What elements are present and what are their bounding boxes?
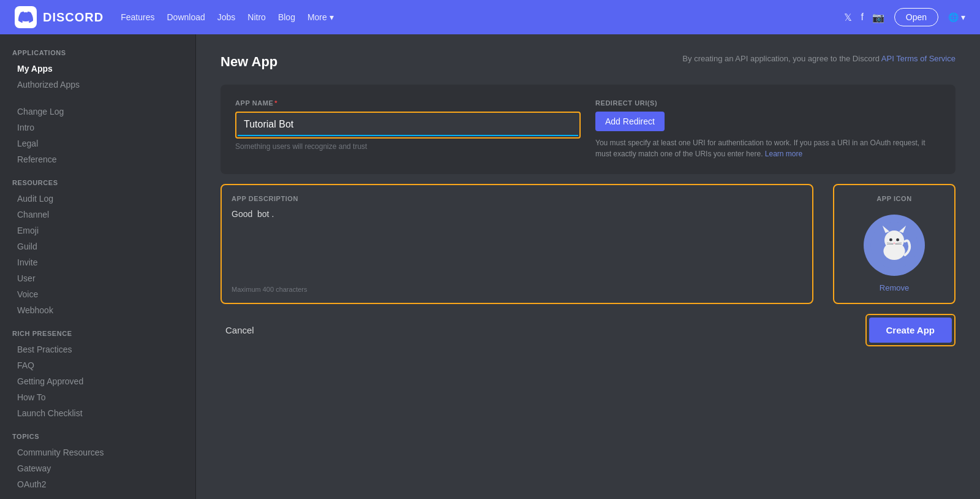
app-name-hint: Something users will recognize and trust	[235, 142, 581, 151]
sidebar-item-authorized-apps[interactable]: Authorized Apps	[12, 77, 183, 92]
page-subtitle: By creating an API application, you agre…	[682, 54, 956, 63]
sidebar-item-guild[interactable]: Guild	[12, 239, 183, 254]
app-description-hint: Maximum 400 characters	[232, 286, 802, 293]
layout: APPLICATIONS My Apps Authorized Apps Cha…	[0, 34, 980, 499]
app-description-col: APP DESCRIPTION Good bot . Maximum 400 c…	[221, 184, 813, 304]
sidebar-item-voice[interactable]: Voice	[12, 287, 183, 302]
sidebar-item-community-resources[interactable]: Community Resources	[12, 445, 183, 460]
app-icon-label: APP ICON	[876, 195, 911, 202]
cancel-button[interactable]: Cancel	[221, 320, 259, 340]
learn-more-link[interactable]: Learn more	[765, 150, 802, 158]
nav-more[interactable]: More ▾	[307, 12, 334, 22]
form-row-desc-icon: APP DESCRIPTION Good bot . Maximum 400 c…	[221, 184, 956, 304]
logo-text: DISCORD	[43, 10, 104, 25]
social-icons: 𝕏 f 📷	[844, 12, 884, 23]
topics-section-title: TOPICS	[12, 433, 183, 440]
topnav: DISCORD Features Download Jobs Nitro Blo…	[0, 0, 980, 34]
sidebar-item-getting-approved[interactable]: Getting Approved	[12, 374, 183, 389]
nav-links: Features Download Jobs Nitro Blog More ▾	[121, 12, 333, 22]
open-button[interactable]: Open	[894, 8, 938, 26]
facebook-icon[interactable]: f	[861, 12, 863, 23]
app-name-input-wrapper	[235, 112, 581, 139]
nav-blog[interactable]: Blog	[278, 12, 295, 22]
svg-point-6	[896, 238, 899, 242]
app-name-label: APP NAME*	[235, 99, 581, 107]
app-description-label: APP DESCRIPTION	[232, 195, 802, 202]
redirect-label: REDIRECT URI(S)	[595, 99, 941, 107]
discord-icon	[18, 10, 33, 25]
twitter-icon[interactable]: 𝕏	[844, 12, 852, 23]
sidebar-item-best-practices[interactable]: Best Practices	[12, 342, 183, 357]
app-icon-image	[870, 221, 919, 270]
app-name-input[interactable]	[238, 114, 578, 136]
sidebar-item-how-to[interactable]: How To	[12, 390, 183, 405]
app-name-col: APP NAME* Something users will recognize…	[235, 99, 581, 159]
required-marker: *	[274, 99, 277, 107]
svg-point-7	[893, 243, 895, 244]
page-title: New App	[221, 54, 277, 70]
logo-box	[15, 6, 37, 28]
sidebar-item-faq[interactable]: FAQ	[12, 358, 183, 373]
logo[interactable]: DISCORD	[15, 6, 104, 28]
sidebar-item-reference[interactable]: Reference	[12, 152, 183, 167]
topnav-left: DISCORD Features Download Jobs Nitro Blo…	[15, 6, 334, 28]
app-icon-preview	[864, 215, 925, 276]
resources-section-title: RESOURCES	[12, 179, 183, 186]
sidebar-item-my-apps[interactable]: My Apps	[12, 61, 183, 76]
sidebar-item-gateway[interactable]: Gateway	[12, 461, 183, 476]
form-row-name-redirect: APP NAME* Something users will recognize…	[235, 99, 941, 159]
form-card-name-redirect: APP NAME* Something users will recognize…	[221, 85, 956, 174]
sidebar-item-channel[interactable]: Channel	[12, 207, 183, 222]
create-app-button[interactable]: Create App	[869, 318, 952, 343]
redirect-uris-col: REDIRECT URI(S) Add Redirect You must sp…	[595, 99, 941, 159]
sidebar-item-user[interactable]: User	[12, 271, 183, 286]
actions-row: Cancel Create App	[221, 314, 956, 346]
sidebar-item-oauth2[interactable]: OAuth2	[12, 477, 183, 492]
sidebar-item-launch-checklist[interactable]: Launch Checklist	[12, 406, 183, 421]
page-header: New App By creating an API application, …	[221, 54, 956, 70]
svg-point-2	[884, 230, 904, 250]
app-icon-col: APP ICON	[833, 184, 956, 304]
sidebar-item-invite[interactable]: Invite	[12, 255, 183, 270]
rich-presence-section-title: RICH PRESENCE	[12, 330, 183, 337]
sidebar-item-emoji[interactable]: Emoji	[12, 223, 183, 238]
nav-features[interactable]: Features	[121, 12, 154, 22]
nav-download[interactable]: Download	[167, 12, 205, 22]
sidebar-item-webhook[interactable]: Webhook	[12, 303, 183, 318]
svg-point-5	[889, 238, 892, 242]
create-btn-wrapper: Create App	[865, 314, 956, 346]
nav-jobs[interactable]: Jobs	[217, 12, 236, 22]
sidebar-item-legal[interactable]: Legal	[12, 136, 183, 151]
app-description-input[interactable]: Good bot .	[232, 207, 802, 281]
applications-section-title: APPLICATIONS	[12, 49, 183, 56]
instagram-icon[interactable]: 📷	[872, 12, 884, 23]
sidebar-item-audit-log[interactable]: Audit Log	[12, 191, 183, 206]
remove-icon-link[interactable]: Remove	[880, 283, 909, 292]
sidebar: APPLICATIONS My Apps Authorized Apps Cha…	[0, 34, 196, 499]
nav-nitro[interactable]: Nitro	[247, 12, 266, 22]
terms-of-service-link[interactable]: API Terms of Service	[881, 54, 956, 63]
main-content: New App By creating an API application, …	[196, 34, 980, 499]
topnav-right: 𝕏 f 📷 Open 🌐 ▾	[844, 8, 965, 26]
sidebar-item-intro[interactable]: Intro	[12, 120, 183, 135]
language-button[interactable]: 🌐 ▾	[948, 12, 965, 22]
add-redirect-button[interactable]: Add Redirect	[595, 112, 665, 131]
redirect-info: You must specify at least one URI for au…	[595, 137, 941, 159]
sidebar-item-change-log[interactable]: Change Log	[12, 104, 183, 119]
